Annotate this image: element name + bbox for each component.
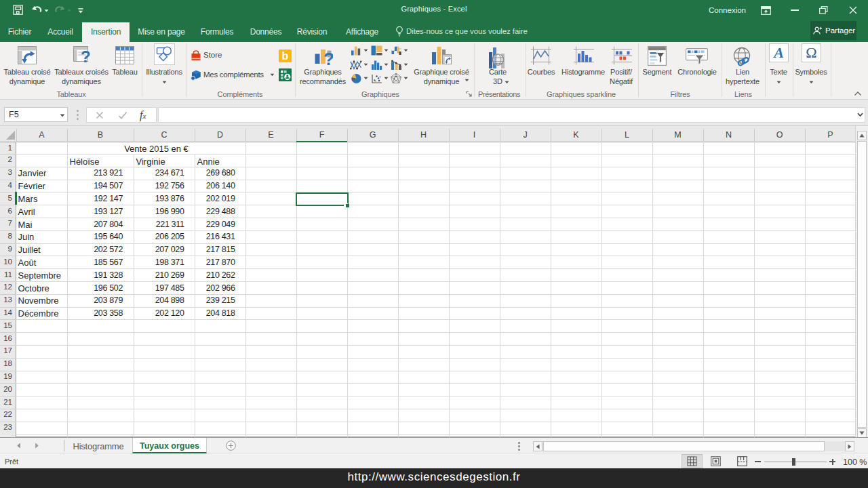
svg-text:?: ? bbox=[323, 49, 333, 68]
svg-text:?: ? bbox=[81, 47, 91, 64]
svg-text:b: b bbox=[282, 50, 289, 62]
